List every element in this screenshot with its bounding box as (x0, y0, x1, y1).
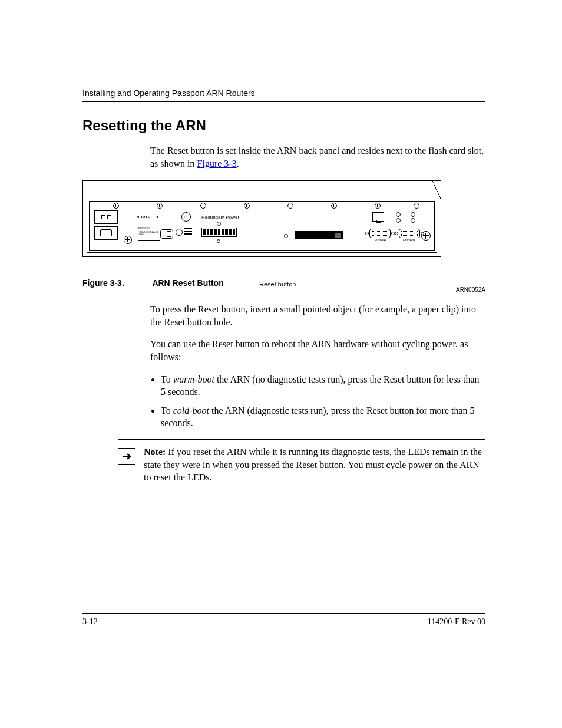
screw-icon (331, 203, 337, 209)
fan-icon (124, 236, 132, 244)
note-label: Note: (144, 447, 166, 457)
brand-label: NORTEL (137, 215, 153, 219)
vent-icon (184, 228, 192, 235)
header-rule (82, 101, 485, 102)
screw-icon (244, 203, 250, 209)
bullet1-a: To (161, 374, 173, 384)
screw-icon (200, 203, 206, 209)
screw-icon (113, 203, 119, 209)
callout-leader-line (279, 251, 279, 280)
console-label: Console (369, 238, 389, 242)
procedure-list: To warm-boot the ARN (no diagnostic test… (150, 373, 485, 430)
note-body: If you reset the ARN while it is running… (144, 447, 482, 482)
page-footer: 3-12 114200-E Rev 00 (82, 613, 485, 627)
intro-paragraph: The Reset button is set inside the ARN b… (150, 144, 485, 170)
intro-text-b: . (237, 159, 239, 169)
page: Installing and Operating Passport ARN Ro… (0, 0, 562, 728)
fan-icon (421, 231, 431, 241)
footer-rule (82, 613, 485, 614)
redundant-power-label: Redundant Power (201, 215, 239, 220)
note-arrow-icon: ➜ (118, 448, 135, 465)
ethernet-port-icon (372, 212, 384, 222)
vendor-badge: NORTEL NETWORKS (137, 210, 178, 225)
expansion-slot-icon (295, 231, 343, 239)
body-paragraph-1: To press the Reset button, insert a smal… (150, 303, 485, 328)
brand-sub-label: NETWORKS (137, 226, 150, 229)
page-number: 3-12 (82, 617, 98, 627)
cert-mark-icon: UL (181, 212, 191, 222)
note-block: ➜ Note: If you reset the ARN while it is… (118, 439, 485, 490)
screw-icon (157, 203, 163, 209)
power-block (94, 210, 123, 246)
screw-icon (414, 203, 419, 209)
screw-icon (287, 203, 293, 209)
figure-id: ARN0052A (456, 286, 485, 293)
section-title: Resetting the ARN (82, 117, 485, 134)
cert-mark2-icon (176, 229, 183, 236)
bullet2-emphasis: cold-boot (173, 406, 209, 416)
body-paragraph-2: You can use the Reset button to reboot t… (150, 338, 485, 363)
list-item: To cold-boot the ARN (diagnostic tests r… (161, 404, 485, 430)
power-inlet-icon (94, 226, 118, 240)
intro-block: The Reset button is set inside the ARN b… (150, 144, 485, 170)
power-outlet-icon (94, 210, 118, 224)
body-block: To press the Reset button, insert a smal… (150, 303, 485, 430)
led-icon (217, 239, 220, 243)
bullet1-emphasis: warm-boot (173, 374, 214, 384)
modem-port-icon (399, 229, 420, 238)
bullet2-a: To (161, 406, 173, 416)
list-item: To warm-boot the ARN (no diagnostic test… (161, 373, 485, 398)
document-revision: 114200-E Rev 00 (428, 617, 485, 627)
figure-caption-title: ARN Reset Button (152, 278, 223, 288)
figure-caption-label: Figure 3-3. (82, 278, 150, 288)
power-spec-label: 100-240V 1.0A 50-60Hz (138, 230, 160, 241)
screw-row (95, 203, 428, 209)
running-head: Installing and Operating Passport ARN Ro… (82, 88, 485, 98)
led-stack-icon (411, 212, 416, 223)
console-port-icon (369, 229, 391, 238)
led-icon (217, 222, 221, 226)
modem-label: Modem (399, 238, 419, 242)
figure-3-3: NORTEL NETWORKS UL 100-240V 1.0A 50-60Hz… (82, 180, 485, 257)
led-stack-icon (396, 212, 402, 223)
reset-button-hole-icon (284, 234, 288, 238)
arn-back-panel-diagram: NORTEL NETWORKS UL 100-240V 1.0A 50-60Hz… (82, 180, 441, 257)
note-text: Note: If you reset the ARN while it is r… (144, 446, 485, 484)
flash-card-slot-icon (201, 228, 237, 237)
screw-icon (375, 203, 381, 209)
figure-reference-link[interactable]: Figure 3-3 (197, 159, 237, 169)
reset-button-callout: Reset button (259, 281, 296, 288)
power-switch-icon (160, 229, 173, 239)
